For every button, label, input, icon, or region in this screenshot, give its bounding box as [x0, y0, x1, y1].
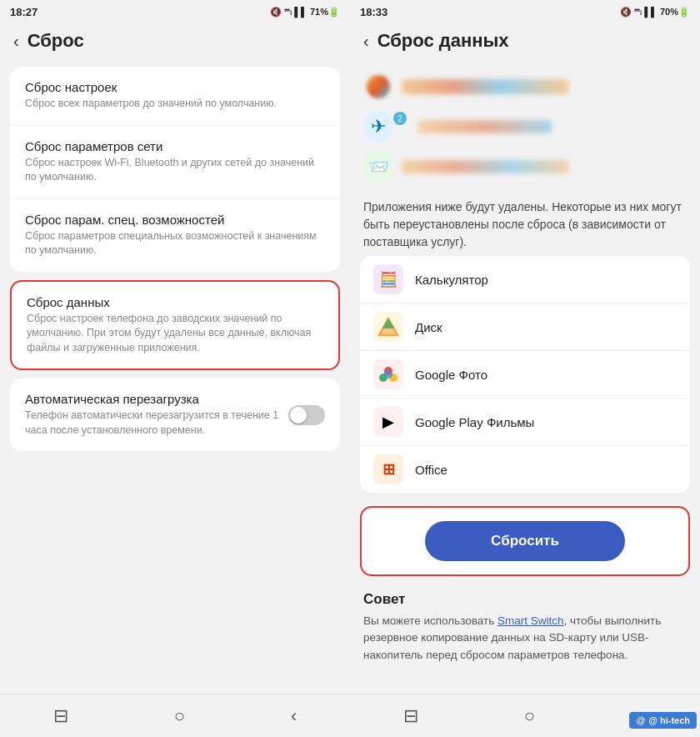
- tip-text: Вы можете использовать Smart Switch, что…: [363, 613, 687, 664]
- reset-accessibility-title: Сброс парам. спец. возможностей: [25, 213, 325, 227]
- reset-settings-title: Сброс настроек: [25, 80, 325, 94]
- office-icon: ⊞: [373, 454, 403, 484]
- calculator-icon: 🧮: [373, 264, 403, 294]
- movies-name: Google Play Фильмы: [415, 415, 534, 429]
- smart-switch-link[interactable]: Smart Switch: [498, 614, 564, 627]
- settings-card-factory-reset[interactable]: Сброс данных Сброс настроек телефона до …: [10, 280, 340, 371]
- app-item-calculator: 🧮 Калькулятор: [360, 256, 690, 303]
- watermark-icon: @: [636, 715, 645, 725]
- calculator-name: Калькулятор: [415, 273, 488, 287]
- svg-point-7: [384, 370, 392, 379]
- left-page-title: Сброс: [28, 30, 84, 52]
- auto-restart-toggle[interactable]: [288, 405, 325, 425]
- app-item-office: ⊞ Office: [360, 446, 690, 493]
- auto-restart-title: Автоматическая перезагрузка: [25, 392, 288, 406]
- left-status-bar: 18:27 🔇 ᵐᵢ ▌▌ 71%🔋: [0, 0, 350, 23]
- drive-icon: [373, 312, 403, 342]
- right-status-icons: 🔇 ᵐᵢ ▌▌ 70%🔋: [620, 7, 690, 18]
- settings-item-reset-network[interactable]: Сброс параметров сети Сброс настроек Wi-…: [10, 126, 340, 199]
- blurred-row-2: ✈ 2: [350, 107, 700, 147]
- notification-badge: 2: [393, 112, 407, 125]
- apps-list-card: 🧮 Калькулятор Диск: [360, 256, 690, 493]
- left-nav-circle[interactable]: ○: [158, 699, 202, 734]
- blurred-icon-1: [363, 72, 393, 102]
- app-item-drive: Диск: [360, 303, 690, 351]
- drive-name: Диск: [415, 320, 442, 334]
- blurred-strip-2: [418, 120, 552, 133]
- photos-name: Google Фото: [415, 368, 488, 382]
- warning-text: Приложения ниже будут удалены. Некоторые…: [350, 190, 700, 256]
- auto-restart-row: Автоматическая перезагрузка Телефон авто…: [25, 392, 325, 438]
- right-status-bar: 18:33 🔇 ᵐᵢ ▌▌ 70%🔋: [350, 0, 700, 23]
- left-header: ‹ Сброс: [0, 23, 350, 60]
- settings-item-auto-restart[interactable]: Автоматическая перезагрузка Телефон авто…: [10, 379, 340, 451]
- left-back-button[interactable]: ‹: [13, 32, 19, 51]
- blurred-strip-1: [402, 79, 568, 94]
- settings-card-auto-restart: Автоматическая перезагрузка Телефон авто…: [10, 379, 340, 451]
- right-nav-circle[interactable]: ○: [508, 699, 552, 734]
- blurred-icon-3: 📨: [363, 152, 393, 182]
- tip-section: Совет Вы можете использовать Smart Switc…: [350, 583, 700, 677]
- left-time: 18:27: [10, 6, 38, 18]
- office-name: Office: [415, 463, 448, 477]
- left-panel: 18:27 🔇 ᵐᵢ ▌▌ 71%🔋 ‹ Сброс Сброс настрое…: [0, 0, 350, 737]
- photos-icon: [373, 359, 403, 389]
- left-nav-home[interactable]: ⊟: [37, 699, 85, 734]
- left-scroll-content: Сброс настроек Сброс всех параметров до …: [0, 60, 350, 694]
- right-bottom-nav: ⊟ ○ ‹ @ @ hi-tech: [350, 694, 700, 737]
- blurred-apps-header: ✈ 2 📨: [350, 60, 700, 190]
- right-panel: 18:33 🔇 ᵐᵢ ▌▌ 70%🔋 ‹ Сброс данных ✈ 2 📨: [350, 0, 700, 737]
- reset-button[interactable]: Сбросить: [425, 521, 625, 561]
- factory-reset-desc: Сброс настроек телефона до заводских зна…: [27, 312, 323, 356]
- right-header: ‹ Сброс данных: [350, 23, 700, 60]
- right-time: 18:33: [360, 6, 388, 18]
- reset-network-desc: Сброс настроек Wi-Fi, Bluetooth и других…: [25, 156, 325, 185]
- factory-reset-title: Сброс данных: [27, 295, 323, 309]
- settings-card-top: Сброс настроек Сброс всех параметров до …: [10, 67, 340, 272]
- right-nav-home[interactable]: ⊟: [387, 699, 435, 734]
- watermark-text: @ hi-tech: [648, 715, 690, 725]
- tip-text-before: Вы можете использовать: [363, 614, 498, 627]
- reset-button-container: Сбросить: [360, 506, 690, 576]
- app-item-movies: ▶ Google Play Фильмы: [360, 399, 690, 446]
- telegram-icon: ✈: [363, 112, 393, 142]
- tip-title: Совет: [363, 591, 687, 608]
- blurred-row-3: 📨: [350, 147, 700, 187]
- app-item-photos: Google Фото: [360, 351, 690, 399]
- settings-item-reset-accessibility[interactable]: Сброс парам. спец. возможностей Сброс па…: [10, 199, 340, 272]
- reset-settings-desc: Сброс всех параметров до значений по умо…: [25, 97, 325, 112]
- settings-item-reset-settings[interactable]: Сброс настроек Сброс всех параметров до …: [10, 67, 340, 126]
- auto-restart-text: Автоматическая перезагрузка Телефон авто…: [25, 392, 288, 438]
- reset-network-title: Сброс параметров сети: [25, 139, 325, 153]
- blurred-strip-3: [402, 160, 568, 173]
- auto-restart-desc: Телефон автоматически перезагрузится в т…: [25, 409, 288, 438]
- left-status-icons: 🔇 ᵐᵢ ▌▌ 71%🔋: [270, 7, 340, 18]
- right-back-button[interactable]: ‹: [363, 32, 369, 51]
- watermark: @ @ hi-tech: [629, 712, 697, 729]
- blurred-icon-shape-1: [367, 75, 390, 98]
- left-bottom-nav: ⊟ ○ ‹: [0, 694, 350, 737]
- settings-item-factory-reset[interactable]: Сброс данных Сброс настроек телефона до …: [12, 282, 338, 369]
- left-nav-back[interactable]: ‹: [274, 699, 313, 734]
- right-page-title: Сброс данных: [378, 30, 509, 52]
- movies-icon: ▶: [373, 407, 403, 437]
- blurred-row-1: [350, 67, 700, 107]
- reset-accessibility-desc: Сброс параметров специальных возможносте…: [25, 229, 325, 258]
- right-wrapper: 18:33 🔇 ᵐᵢ ▌▌ 70%🔋 ‹ Сброс данных ✈ 2 📨: [350, 0, 700, 737]
